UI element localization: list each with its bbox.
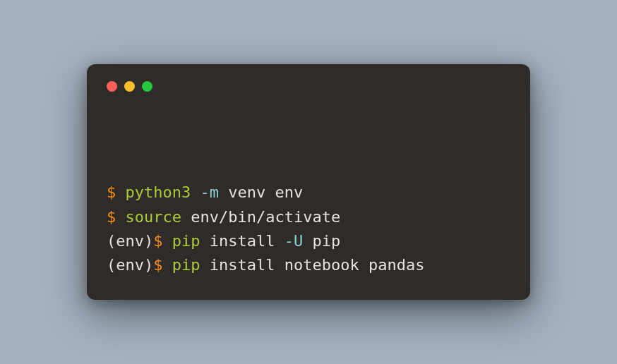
token-arg: venv [228,183,265,201]
token-cmd: pip [172,256,200,274]
token-arg: install [210,256,275,274]
terminal-window: $ python3 -m venv env$ source env/bin/ac… [87,64,530,300]
maximize-icon[interactable] [142,81,152,92]
terminal-body[interactable]: $ python3 -m venv env$ source env/bin/ac… [107,109,510,277]
token-cmd: source [126,208,181,226]
minimize-icon[interactable] [124,81,135,92]
close-icon[interactable] [107,81,117,92]
venv-prefix: (env) [107,256,153,274]
terminal-line: $ source env/bin/activate [107,205,510,229]
token-flag: -U [284,232,304,250]
prompt-symbol: $ [107,183,116,201]
token-cmd: pip [172,232,200,250]
token-arg: notebook [284,256,359,274]
traffic-lights [107,81,510,92]
token-arg: env/bin/activate [191,208,340,226]
token-cmd: python3 [126,183,191,201]
token-arg: pip [312,232,340,250]
terminal-line: (env)$ pip install -U pip [107,229,510,253]
prompt-symbol: $ [153,232,162,250]
terminal-line: (env)$ pip install notebook pandas [107,253,510,277]
terminal-line: $ python3 -m venv env [107,181,510,205]
token-arg: env [275,183,303,201]
prompt-symbol: $ [153,256,162,274]
prompt-symbol: $ [107,208,116,226]
venv-prefix: (env) [107,232,153,250]
token-flag: -m [200,183,219,201]
token-arg: pandas [369,256,424,274]
token-arg: install [210,232,275,250]
